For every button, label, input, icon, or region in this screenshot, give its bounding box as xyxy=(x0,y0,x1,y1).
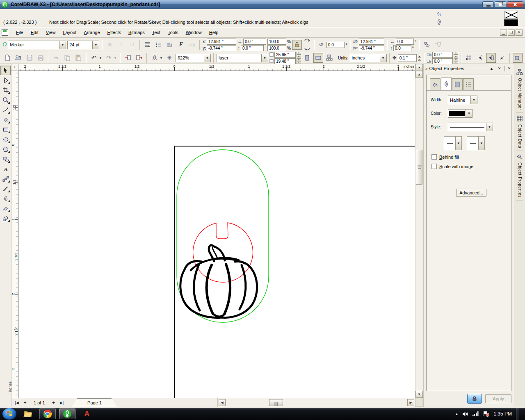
chevron-down-icon[interactable]: ▼ xyxy=(92,41,99,49)
menu-effects[interactable]: Effects xyxy=(104,28,125,37)
paper-height-spinner[interactable]: ▼▲ xyxy=(297,58,301,64)
units-combo[interactable]: inches▼ xyxy=(350,54,387,62)
tray-expand-icon[interactable]: ▲ xyxy=(455,412,458,416)
scale-with-image-checkbox[interactable] xyxy=(431,164,437,169)
object-height-field[interactable]: 0.0 " xyxy=(241,45,264,51)
docker-group-close-button[interactable]: ✕ xyxy=(506,66,512,71)
convert-to-curves-button[interactable] xyxy=(422,40,432,50)
close-button[interactable]: ✖ xyxy=(507,1,523,8)
fill-tab[interactable] xyxy=(430,78,441,90)
chevron-down-icon[interactable]: ▼ xyxy=(470,96,477,104)
scroll-right-button[interactable]: ▶ xyxy=(407,399,414,406)
minimize-button[interactable] xyxy=(482,1,494,8)
zoom-level-combo[interactable]: 622%▼ xyxy=(176,54,211,62)
open-curve-button[interactable] xyxy=(433,40,443,50)
clock[interactable]: 1:35 PM xyxy=(493,411,512,417)
fill-tool[interactable] xyxy=(0,203,11,213)
menu-tools[interactable]: Tools xyxy=(164,28,182,37)
cut-button[interactable]: ✂ xyxy=(51,53,61,63)
menu-bitmaps[interactable]: Bitmaps xyxy=(125,28,148,37)
eyedropper-tool[interactable] xyxy=(0,184,11,193)
document-restore-button[interactable]: ❐ xyxy=(508,30,515,36)
add-page-after-button[interactable]: + xyxy=(50,399,57,406)
edit-text-button[interactable]: ab| xyxy=(187,40,197,50)
duplicate-x-field[interactable]: 0.0 " xyxy=(432,52,453,58)
horizontal-scroll-thumb[interactable] xyxy=(269,399,283,406)
summary-tab[interactable] xyxy=(463,78,474,90)
character-formatting-button[interactable]: F xyxy=(176,40,186,50)
polygon-tool[interactable] xyxy=(0,144,11,154)
drop-cap-button[interactable] xyxy=(165,40,175,50)
taskbar-coreldraw-button[interactable] xyxy=(59,409,75,419)
menu-arrange[interactable]: Arrange xyxy=(80,28,103,37)
open-button[interactable] xyxy=(14,53,23,63)
chevron-down-icon[interactable]: ▼ xyxy=(380,54,386,62)
duplicate-y-spinner[interactable]: ▼▲ xyxy=(454,58,458,64)
redo-button[interactable]: ↷▼ xyxy=(104,53,114,63)
import-button[interactable] xyxy=(123,53,133,63)
snap-to-guidelines-button[interactable] xyxy=(475,53,485,63)
horizontal-ruler[interactable]: 21 1/211/201/211 1/222 1/23inches xyxy=(18,64,415,71)
horizontal-scrollbar[interactable]: ◀ ▶ xyxy=(217,398,415,407)
action-center-flag-icon[interactable] xyxy=(483,411,489,417)
show-desktop-button[interactable] xyxy=(516,408,519,420)
menu-window[interactable]: Window xyxy=(182,28,205,37)
outline-tool[interactable] xyxy=(0,194,11,203)
text-tool[interactable]: A xyxy=(0,164,11,173)
chevron-down-icon[interactable]: ▼ xyxy=(204,54,210,62)
document-close-button[interactable]: ✕ xyxy=(516,30,523,36)
scroll-up-button[interactable]: ▲ xyxy=(415,71,423,78)
end-arrowhead-combo[interactable]: ▼ xyxy=(467,136,485,150)
nudge-offset-field[interactable]: 0.1 " xyxy=(398,54,417,62)
first-page-button[interactable]: |◀ xyxy=(13,399,21,406)
paper-width-spinner[interactable]: ▼▲ xyxy=(297,52,301,57)
italic-button[interactable]: I xyxy=(116,40,126,50)
add-page-before-button[interactable]: + xyxy=(21,399,29,406)
outline-width-combo[interactable]: Hairline▼ xyxy=(448,96,477,104)
rotation-center-x-field[interactable]: 12.981 " xyxy=(359,39,384,45)
menu-file[interactable]: File xyxy=(12,28,27,37)
underline-button[interactable]: U xyxy=(127,40,137,50)
apply-button[interactable]: Apply xyxy=(485,394,511,403)
bullet-list-button[interactable] xyxy=(154,40,164,50)
font-size-combo[interactable]: 24 pt▼ xyxy=(67,41,99,49)
chevron-down-icon[interactable]: ▼ xyxy=(486,123,493,131)
taskbar-chrome-button[interactable] xyxy=(39,409,56,419)
skew-x-field[interactable]: 0.0 xyxy=(396,39,414,45)
docker-rollup-button[interactable]: ▲ xyxy=(488,66,495,71)
position-x-field[interactable]: 12.981 " xyxy=(207,39,236,45)
chevron-down-icon[interactable]: ▼ xyxy=(478,137,484,150)
scale-x-field[interactable]: 100.0 xyxy=(267,39,286,45)
crop-tool[interactable] xyxy=(0,85,11,95)
smart-fill-tool[interactable] xyxy=(0,115,11,124)
rectangle-tool[interactable] xyxy=(0,125,11,134)
outline-style-combo[interactable]: ▼ xyxy=(448,123,493,131)
menu-view[interactable]: View xyxy=(42,28,59,37)
paper-width-field[interactable]: 25.95 " xyxy=(274,52,296,58)
duplicate-y-field[interactable]: 0.0 " xyxy=(432,58,453,64)
export-button[interactable] xyxy=(134,53,144,63)
taskbar-autocad-button[interactable]: A xyxy=(79,409,95,419)
whats-new-button[interactable]: ✳ xyxy=(164,53,174,63)
drawing-canvas[interactable] xyxy=(18,71,415,398)
vertical-scroll-thumb[interactable] xyxy=(416,150,422,185)
behind-fill-checkbox[interactable] xyxy=(431,154,437,160)
docker-tab-object-properties[interactable]: Object Properties xyxy=(516,151,523,201)
paste-button[interactable] xyxy=(73,53,83,63)
dynamic-guides-button[interactable] xyxy=(497,53,507,63)
docker-float-chevrons-icon[interactable]: » xyxy=(425,66,428,71)
nudge-spinner[interactable]: ▲▼ xyxy=(418,55,421,61)
skew-y-field[interactable]: 0.0 xyxy=(393,45,411,51)
chevron-down-icon[interactable]: ▼ xyxy=(59,41,66,49)
snap-to-objects-button[interactable] xyxy=(486,53,496,63)
page-tab[interactable]: Page 1 xyxy=(72,398,117,407)
zoom-tool[interactable] xyxy=(0,95,11,105)
scroll-left-button[interactable]: ◀ xyxy=(219,399,226,406)
menu-edit[interactable]: Edit xyxy=(27,28,42,37)
new-document-button[interactable] xyxy=(2,53,12,63)
menu-help[interactable]: Help xyxy=(205,28,222,37)
mirror-horizontal-button[interactable] xyxy=(303,37,311,45)
docker-collapse-button[interactable]: ◂ xyxy=(415,64,423,71)
shape-tool[interactable] xyxy=(0,75,11,85)
interactive-fill-tool[interactable] xyxy=(0,213,11,223)
